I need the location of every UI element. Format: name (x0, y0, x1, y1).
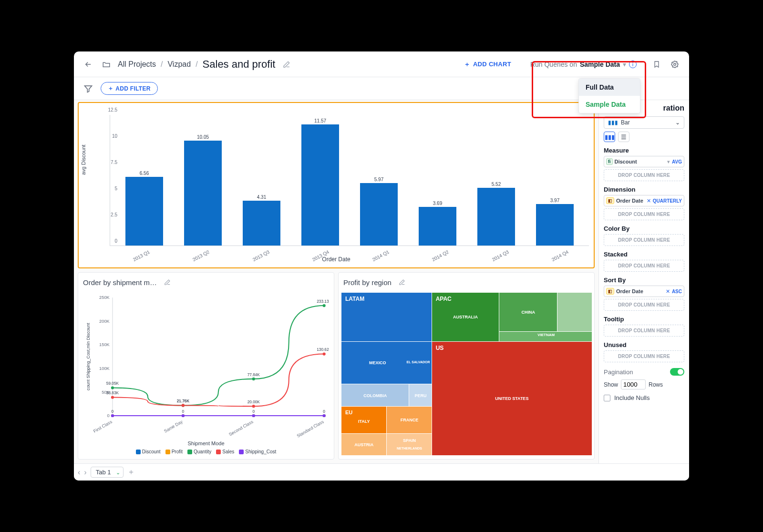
svg-point-42 (111, 414, 114, 417)
svg-text:0: 0 (112, 409, 114, 414)
run-queries-label: Run Queries on (530, 61, 577, 68)
chart-card-profit-region[interactable]: Profit by region LATAM APAC (338, 272, 595, 460)
pencil-icon[interactable] (280, 58, 293, 71)
drop-zone[interactable]: DROP COLUMN HERE (604, 325, 684, 337)
x-axis-label: Shipment Mode (83, 440, 329, 447)
section-label: Sort By (604, 276, 684, 284)
plus-icon: ＋ (108, 84, 113, 92)
add-filter-label: ADD FILTER (115, 85, 150, 92)
svg-point-32 (323, 304, 326, 307)
legend-item: Discount (142, 449, 161, 454)
remove-icon[interactable]: ✕ (647, 198, 651, 204)
topbar: All Projects / Vizpad / Sales and profit… (74, 51, 689, 77)
chart-card-discount[interactable]: Discount by Order avg Discount 02.557.51… (78, 102, 595, 268)
dimension-pill[interactable]: ◧ Order Date ✕ QUARTERLY (604, 195, 684, 206)
chart-title: Order by shipment m… (83, 278, 157, 286)
remove-icon[interactable]: ✕ (666, 288, 670, 295)
add-filter-button[interactable]: ＋ ADD FILTER (101, 82, 158, 95)
bar: 10.05 (174, 115, 232, 246)
funnel-icon[interactable]: ▾ (667, 159, 670, 165)
tab-item[interactable]: Tab 1 ⌄ (91, 467, 124, 478)
funnel-icon[interactable] (82, 82, 95, 95)
add-chart-button[interactable]: ＋ ADD CHART (464, 60, 511, 69)
folder-icon[interactable] (100, 58, 113, 71)
config-panel: ration ▮▮▮Bar ⌄ ▮▮▮ ☰ Measure fi Discoun… (598, 100, 689, 463)
breadcrumb-section[interactable]: Vizpad (167, 60, 191, 69)
svg-text:59.05K: 59.05K (106, 381, 119, 386)
svg-text:Second Class: Second Class (228, 419, 254, 437)
chevron-down-icon: ▾ (623, 61, 626, 68)
add-chart-label: ADD CHART (473, 61, 511, 68)
svg-point-34 (111, 396, 114, 399)
include-nulls-checkbox[interactable] (604, 395, 610, 401)
back-arrow-icon[interactable] (82, 58, 95, 71)
drop-zone[interactable]: DROP COLUMN HERE (604, 299, 684, 311)
legend-item: Quantity (194, 449, 211, 454)
run-queries-value: Sample Data (580, 61, 620, 68)
treemap-leaf: SPAIN (403, 438, 416, 443)
section-label: Dimension (604, 186, 684, 193)
drop-zone[interactable]: DROP COLUMN HERE (604, 169, 684, 181)
include-nulls-label: Include Nulls (614, 394, 650, 401)
rows-input[interactable] (621, 379, 646, 389)
treemap-leaf: MEXICO (369, 360, 386, 365)
chart-type-select[interactable]: ▮▮▮Bar ⌄ (604, 116, 684, 129)
pill-name: Order Date (616, 198, 645, 204)
page-title: Sales and profit (203, 58, 276, 71)
bar: 5.97 (350, 115, 408, 246)
pencil-icon[interactable] (395, 276, 409, 289)
bookmark-icon[interactable] (650, 58, 663, 71)
section-label: Unused (604, 341, 684, 348)
measure-pill[interactable]: fi Discount ▾ AVG (604, 156, 684, 167)
treemap-leaf: VIETNAM (537, 333, 555, 337)
agg-button[interactable]: QUARTERLY (653, 198, 682, 204)
sort-dir-button[interactable]: ASC (672, 289, 682, 294)
pencil-icon[interactable] (161, 276, 174, 289)
drop-zone[interactable]: DROP COLUMN HERE (604, 260, 684, 272)
chevron-down-icon: ⌄ (675, 119, 680, 126)
svg-text:21.76K: 21.76K (177, 399, 190, 403)
chart-title: Profit by region (343, 278, 392, 286)
tab-prev-icon[interactable]: ‹ (78, 468, 80, 477)
chevron-down-icon[interactable]: ⌄ (116, 470, 120, 476)
svg-text:0: 0 (107, 413, 110, 418)
bar: 11.57 (291, 115, 350, 246)
run-queries-dropdown[interactable]: Run Queries on Sample Data ▾ i (530, 61, 637, 68)
add-tab-icon[interactable]: ＋ (127, 467, 135, 477)
svg-text:count Shipping_Cost,min Discou: count Shipping_Cost,min Discount (86, 323, 91, 390)
legend-item: Shipping_Cost (245, 449, 276, 454)
menu-option-sample-data[interactable]: Sample Data (579, 96, 640, 113)
treemap-leaf: COLOMBIA (363, 393, 387, 398)
breadcrumb-root[interactable]: All Projects (118, 60, 156, 69)
svg-point-36 (182, 404, 185, 407)
region-label: LATAM (345, 296, 364, 302)
y-axis-label: avg Discount (81, 144, 86, 175)
svg-text:233.13K: 233.13K (317, 299, 329, 304)
bar: 4.31 (232, 115, 291, 246)
treemap-leaf: AUSTRALIA (453, 315, 478, 319)
pill-name: Discount (615, 159, 666, 164)
tab-next-icon[interactable]: › (84, 468, 86, 477)
sortby-pill[interactable]: ◧ Order Date ✕ ASC (604, 286, 684, 297)
region-label: APAC (436, 296, 452, 302)
bar: 6.56 (115, 115, 174, 246)
table-view-toggle[interactable]: ☰ (618, 132, 629, 142)
chart-view-toggle[interactable]: ▮▮▮ (604, 132, 615, 142)
treemap-leaf: PERU (415, 393, 427, 398)
svg-point-26 (111, 386, 114, 389)
svg-text:200K: 200K (99, 319, 110, 324)
treemap-leaf: CHINA (522, 310, 536, 315)
pagination-toggle[interactable] (670, 368, 684, 376)
chart-card-shipment[interactable]: Order by shipment m… 050K100K150K200K250… (78, 272, 334, 460)
region-label: EU (345, 409, 352, 415)
svg-text:38.83K: 38.83K (106, 391, 119, 395)
info-icon[interactable]: i (629, 61, 637, 68)
drop-zone[interactable]: DROP COLUMN HERE (604, 208, 684, 220)
bar: 3.97 (526, 115, 584, 246)
drop-zone[interactable]: DROP COLUMN HERE (604, 350, 684, 362)
menu-option-full-data[interactable]: Full Data (579, 79, 640, 96)
drop-zone[interactable]: DROP COLUMN HERE (604, 234, 684, 246)
legend-item: Sales (222, 449, 234, 454)
gear-icon[interactable] (668, 58, 681, 71)
agg-button[interactable]: AVG (672, 159, 682, 164)
